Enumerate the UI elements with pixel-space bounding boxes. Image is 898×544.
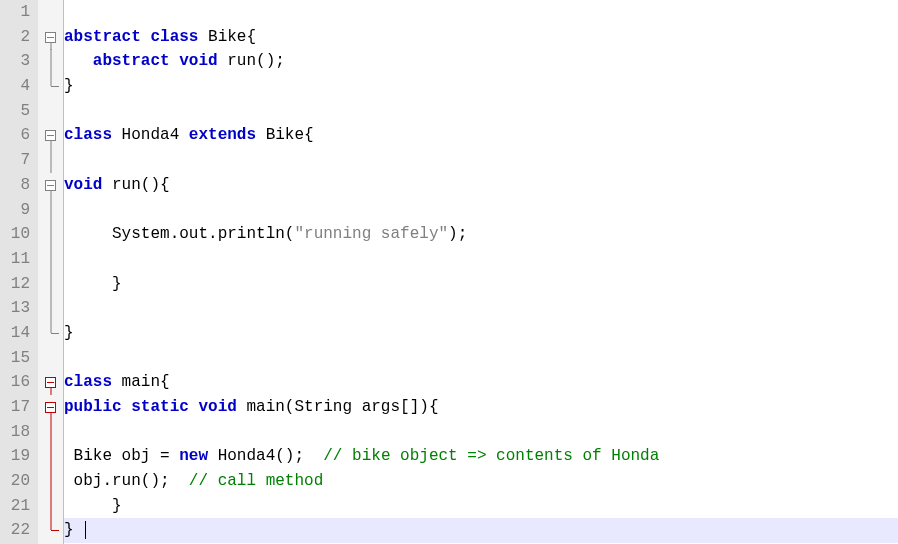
line-number: 4 [6, 74, 30, 99]
line-number: 17 [6, 395, 30, 420]
code-line-active: } [64, 518, 898, 543]
code-line: obj.run(); // call method [64, 469, 898, 494]
code-line: class main{ [64, 370, 898, 395]
line-number: 5 [6, 99, 30, 124]
line-number: 22 [6, 518, 30, 543]
code-line: Bike obj = new Honda4(); // bike object … [64, 444, 898, 469]
code-line [64, 247, 898, 272]
line-number: 20 [6, 469, 30, 494]
code-line: } [64, 321, 898, 346]
code-line [64, 148, 898, 173]
line-number: 9 [6, 198, 30, 223]
code-line [64, 0, 898, 25]
line-number: 16 [6, 370, 30, 395]
text-cursor-icon [85, 521, 86, 539]
code-line: } [64, 74, 898, 99]
line-number: 6 [6, 123, 30, 148]
line-number: 11 [6, 247, 30, 272]
code-line: } [64, 494, 898, 519]
line-number-gutter: 1 2 3 4 5 6 7 8 9 10 11 12 13 14 15 16 1… [0, 0, 38, 544]
code-line [64, 99, 898, 124]
line-number: 15 [6, 346, 30, 371]
fold-toggle-icon[interactable] [45, 180, 56, 191]
line-number: 10 [6, 222, 30, 247]
code-line [64, 420, 898, 445]
line-number: 8 [6, 173, 30, 198]
fold-gutter [38, 0, 64, 544]
line-number: 2 [6, 25, 30, 50]
line-number: 19 [6, 444, 30, 469]
code-editor: 1 2 3 4 5 6 7 8 9 10 11 12 13 14 15 16 1… [0, 0, 898, 544]
fold-toggle-icon[interactable] [45, 130, 56, 141]
code-line: System.out.println("running safely"); [64, 222, 898, 247]
line-number: 13 [6, 296, 30, 321]
code-line: abstract void run(); [64, 49, 898, 74]
code-line: } [64, 272, 898, 297]
line-number: 12 [6, 272, 30, 297]
code-line: void run(){ [64, 173, 898, 198]
line-number: 1 [6, 0, 30, 25]
line-number: 3 [6, 49, 30, 74]
code-line: abstract class Bike{ [64, 25, 898, 50]
line-number: 7 [6, 148, 30, 173]
code-line [64, 296, 898, 321]
fold-toggle-icon[interactable] [45, 377, 56, 388]
fold-toggle-icon[interactable] [45, 32, 56, 43]
code-line: public static void main(String args[]){ [64, 395, 898, 420]
line-number: 14 [6, 321, 30, 346]
code-line [64, 346, 898, 371]
code-content[interactable]: abstract class Bike{ abstract void run()… [64, 0, 898, 544]
fold-toggle-icon[interactable] [45, 402, 56, 413]
line-number: 21 [6, 494, 30, 519]
code-line: class Honda4 extends Bike{ [64, 123, 898, 148]
code-line [64, 198, 898, 223]
line-number: 18 [6, 420, 30, 445]
